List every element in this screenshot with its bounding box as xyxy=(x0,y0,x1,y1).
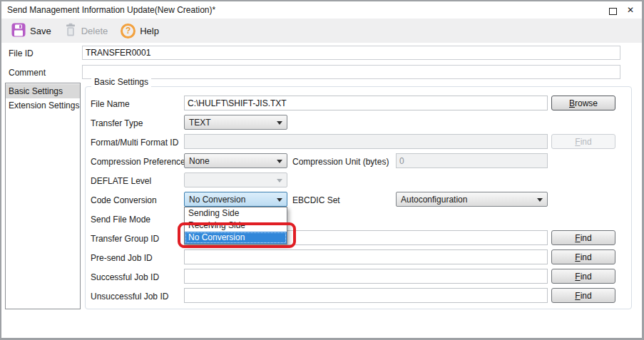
compression-preference-select[interactable]: None xyxy=(184,153,287,168)
help-button[interactable]: ? Help xyxy=(116,22,163,40)
chevron-down-icon xyxy=(277,121,282,125)
unsuccessful-job-id-label: Unsuccessful Job ID xyxy=(91,292,168,302)
code-conversion-label: Code Conversion xyxy=(91,195,157,205)
dialog-window: Send Management Information Update(New C… xyxy=(0,0,644,340)
close-icon[interactable]: ✕ xyxy=(627,4,634,16)
dropdown-option-no-conversion[interactable]: No Conversion xyxy=(185,232,287,244)
save-icon xyxy=(11,23,26,39)
save-button[interactable]: Save xyxy=(7,21,56,41)
window-title: Send Management Information Update(New C… xyxy=(7,5,215,15)
compression-unit-label: Compression Unit (bytes) xyxy=(292,157,389,167)
successful-job-id-input[interactable] xyxy=(184,269,548,284)
dropdown-option-receiving-side[interactable]: Receiving Side xyxy=(185,220,287,232)
unsuccessful-job-id-find-button[interactable]: Find xyxy=(551,288,615,303)
file-id-label: File ID xyxy=(9,48,34,58)
chevron-down-icon xyxy=(537,198,543,202)
presend-job-id-find-button[interactable]: Find xyxy=(551,249,615,264)
compression-preference-label: Compression Preference xyxy=(91,157,185,167)
maximize-icon[interactable] xyxy=(609,8,617,15)
title-bar: Send Management Information Update(New C… xyxy=(1,1,642,19)
transfer-group-id-label: Transfer Group ID xyxy=(91,234,159,244)
format-id-find-button: Find xyxy=(551,134,615,149)
successful-job-id-find-button[interactable]: Find xyxy=(551,269,615,284)
group-title: Basic Settings xyxy=(91,77,151,87)
comment-label: Comment xyxy=(9,68,46,78)
help-label: Help xyxy=(140,26,159,36)
save-label: Save xyxy=(30,26,51,36)
file-name-label: File Name xyxy=(91,99,130,109)
sidebar-item-basic-settings[interactable]: Basic Settings xyxy=(6,84,80,98)
presend-job-id-label: Pre-send Job ID xyxy=(91,253,153,263)
dropdown-option-sending-side[interactable]: Sending Side xyxy=(185,207,287,220)
settings-nav: Basic Settings Extension Settings xyxy=(5,83,81,309)
format-id-label: Format/Multi Format ID xyxy=(91,138,178,148)
chevron-down-icon xyxy=(277,179,282,182)
code-conversion-select[interactable]: No Conversion xyxy=(184,192,287,207)
send-file-mode-label: Send File Mode xyxy=(91,215,150,225)
presend-job-id-input[interactable] xyxy=(184,249,548,264)
compression-unit-input xyxy=(396,153,548,168)
file-id-input[interactable] xyxy=(82,46,620,60)
successful-job-id-label: Successful Job ID xyxy=(91,272,159,282)
browse-button[interactable]: Browse xyxy=(551,96,615,110)
deflate-level-select xyxy=(184,172,287,187)
sidebar-item-extension-settings[interactable]: Extension Settings xyxy=(6,98,80,113)
chevron-down-icon xyxy=(277,160,282,163)
toolbar: Save Delete ? Help xyxy=(1,19,642,43)
file-name-input[interactable] xyxy=(184,96,548,110)
format-id-input xyxy=(184,134,548,149)
transfer-type-select[interactable]: TEXT xyxy=(184,115,287,130)
unsuccessful-job-id-input[interactable] xyxy=(184,288,548,303)
ebcdic-set-select[interactable]: Autoconfiguration xyxy=(396,192,548,207)
comment-input[interactable] xyxy=(82,65,620,79)
transfer-group-id-find-button[interactable]: Find xyxy=(551,230,615,245)
trash-icon xyxy=(64,23,77,39)
code-conversion-dropdown-list: Sending Side Receiving Side No Conversio… xyxy=(184,207,287,244)
chevron-down-icon xyxy=(277,198,282,202)
deflate-level-label: DEFLATE Level xyxy=(91,176,151,186)
help-icon: ? xyxy=(121,24,136,38)
transfer-type-label: Transfer Type xyxy=(91,118,143,128)
delete-label: Delete xyxy=(81,26,108,36)
ebcdic-set-label: EBCDIC Set xyxy=(292,195,340,205)
delete-button[interactable]: Delete xyxy=(60,21,113,41)
